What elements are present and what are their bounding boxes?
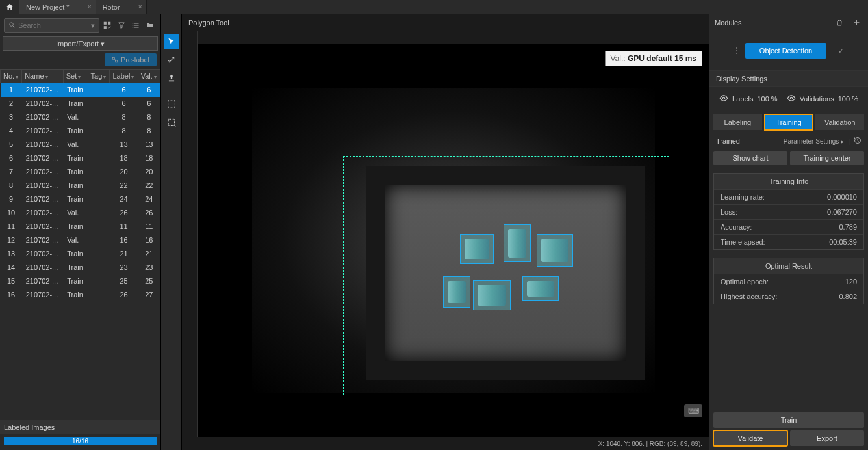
check-icon: ✓ — [838, 47, 844, 55]
optimal-result-section: Optimal Result Optimal epoch:120Highest … — [713, 258, 864, 304]
table-row[interactable]: 16210702-...Train2627 — [1, 288, 160, 302]
search-input[interactable] — [18, 21, 91, 29]
labels-visibility-pct: 100 % — [757, 95, 777, 103]
tab-new-project[interactable]: New Project * × — [19, 0, 96, 14]
svg-point-9 — [133, 25, 133, 26]
detection-box[interactable] — [473, 280, 511, 310]
eye-icon[interactable] — [787, 94, 796, 104]
detection-box[interactable] — [443, 276, 470, 308]
image-table: No.▾ Name▾ Set▾ Tag▾ Label▾ Val.▾ 121070… — [0, 69, 160, 302]
close-icon[interactable]: × — [138, 3, 142, 10]
table-row[interactable]: 12210702-...Val.1616 — [1, 233, 160, 247]
detection-box[interactable] — [522, 276, 559, 301]
validate-button[interactable]: Validate — [713, 430, 787, 446]
table-row[interactable]: 9210702-...Train2424 — [1, 192, 160, 206]
detection-box[interactable] — [504, 224, 531, 262]
folder-icon[interactable] — [144, 19, 157, 32]
svg-point-10 — [133, 27, 133, 28]
table-row[interactable]: 6210702-...Train1818 — [1, 152, 160, 165]
tool-panel — [161, 14, 182, 450]
prelabel-label: Pre-label — [121, 56, 149, 64]
table-row[interactable]: 10210702-...Val.2626 — [1, 206, 160, 220]
table-row[interactable]: 14210702-...Train2323 — [1, 261, 160, 274]
svg-rect-15 — [168, 101, 175, 108]
svg-line-13 — [114, 59, 116, 62]
magic-wand-tool-icon[interactable] — [164, 52, 179, 68]
col-val[interactable]: Val.▾ — [138, 70, 160, 83]
detection-box[interactable] — [460, 234, 494, 264]
viewport[interactable]: Val.: GPU default 15 ms ⌨ — [198, 44, 709, 437]
search-icon — [8, 21, 16, 30]
detection-box[interactable] — [537, 234, 573, 267]
svg-rect-4 — [104, 26, 107, 29]
filter-icon[interactable] — [115, 19, 128, 32]
prelabel-button[interactable]: Pre-label — [105, 53, 157, 66]
training-info-section: Training Info Learning rate:0.000010Loss… — [713, 173, 864, 250]
delete-icon[interactable] — [833, 16, 846, 29]
train-button[interactable]: Train — [713, 412, 864, 428]
svg-point-0 — [10, 22, 14, 26]
val-overlay: Val.: GPU default 15 ms — [605, 51, 703, 66]
svg-rect-14 — [168, 81, 173, 82]
module-object-detection[interactable]: Object Detection — [745, 43, 826, 59]
keyboard-icon[interactable]: ⌨ — [684, 404, 702, 417]
table-row[interactable]: 1210702-...Train66 — [1, 83, 160, 97]
tray-image — [366, 166, 645, 380]
labels-visibility-label: Labels — [732, 95, 753, 103]
show-chart-button[interactable]: Show chart — [713, 151, 787, 165]
upload-tool-icon[interactable] — [164, 70, 179, 86]
home-icon[interactable] — [0, 3, 19, 12]
status-labeled-images: Labeled Images — [0, 420, 160, 434]
col-no[interactable]: No.▾ — [1, 70, 22, 83]
import-export-button[interactable]: Import/Export ▾ — [3, 36, 158, 51]
import-export-label: Import/Export ▾ — [56, 40, 105, 48]
col-label[interactable]: Label▾ — [110, 70, 138, 83]
progress-bar: 16/16 — [4, 437, 157, 445]
table-row[interactable]: 3210702-...Val.88 — [1, 111, 160, 124]
select-tool-icon[interactable] — [164, 34, 179, 49]
crop-tool-icon[interactable] — [164, 114, 179, 130]
svg-line-1 — [13, 25, 14, 27]
info-row: Optimal epoch:120 — [714, 274, 863, 289]
right-panel: Modules ＋ Object Detection ✓ Display Set… — [709, 14, 868, 450]
table-row[interactable]: 4210702-...Train88 — [1, 124, 160, 138]
col-tag[interactable]: Tag▾ — [88, 70, 110, 83]
table-row[interactable]: 8210702-...Train2222 — [1, 179, 160, 192]
list-icon[interactable] — [129, 19, 142, 32]
display-settings-title: Display Settings — [709, 70, 868, 87]
svg-rect-2 — [104, 22, 107, 25]
close-icon[interactable]: × — [88, 3, 92, 10]
tab-rotor[interactable]: Rotor × — [96, 0, 147, 14]
tab-labeling[interactable]: Labeling — [713, 114, 762, 130]
svg-rect-16 — [168, 119, 174, 125]
col-set[interactable]: Set▾ — [63, 70, 88, 83]
canvas-title: Polygon Tool — [182, 14, 709, 31]
table-row[interactable]: 2210702-...Train66 — [1, 97, 160, 111]
svg-point-18 — [790, 97, 793, 99]
table-row[interactable]: 5210702-...Val.1313 — [1, 138, 160, 152]
export-button[interactable]: Export — [790, 430, 864, 446]
progress-text: 16/16 — [4, 437, 157, 445]
tab-validation[interactable]: Validation — [815, 114, 864, 130]
table-row[interactable]: 11210702-...Train1111 — [1, 220, 160, 233]
optimal-result-title: Optimal Result — [714, 258, 863, 274]
info-row: Learning rate:0.000010 — [714, 189, 863, 204]
search-input-wrap: ▾ — [4, 18, 99, 33]
svg-rect-12 — [116, 60, 118, 62]
history-icon[interactable] — [854, 137, 862, 146]
training-center-button[interactable]: Training center — [790, 151, 864, 165]
marquee-tool-icon[interactable] — [164, 96, 179, 112]
drag-handle-icon[interactable] — [734, 47, 740, 54]
eye-icon[interactable] — [719, 94, 728, 104]
col-name[interactable]: Name▾ — [22, 70, 64, 83]
svg-point-8 — [133, 23, 133, 24]
info-row: Loss:0.067270 — [714, 204, 863, 219]
table-row[interactable]: 13210702-...Train2121 — [1, 247, 160, 261]
add-icon[interactable]: ＋ — [850, 16, 863, 29]
table-row[interactable]: 7210702-...Train2020 — [1, 165, 160, 179]
tab-training[interactable]: Training — [765, 114, 813, 130]
parameter-settings-link[interactable]: Parameter Settings ▸ — [784, 138, 844, 145]
chevron-down-icon[interactable]: ▾ — [91, 21, 95, 30]
table-row[interactable]: 15210702-...Train2525 — [1, 274, 160, 288]
image-grid-icon[interactable] — [101, 19, 114, 32]
